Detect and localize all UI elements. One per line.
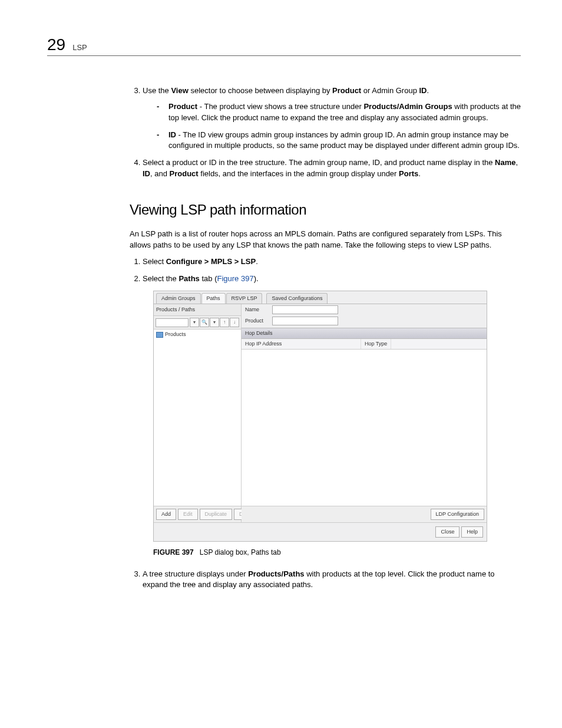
down-arrow-icon[interactable]: ↓: [230, 318, 239, 327]
figure-caption: FIGURE 397 LSP dialog box, Paths tab: [153, 548, 521, 558]
tab-rsvp-lsp[interactable]: RSVP LSP: [226, 293, 263, 304]
ldp-configuration-button[interactable]: LDP Configuration: [431, 509, 484, 520]
col-hop-type[interactable]: Hop Type: [361, 339, 391, 349]
name-label: Name: [245, 306, 269, 314]
table-header: Hop IP Address Hop Type: [242, 339, 487, 350]
tab-row: Admin Groups Paths RSVP LSP Saved Config…: [154, 291, 487, 304]
ordered-list-top: Use the View selector to choose between …: [130, 85, 521, 180]
list-item: Select Configure > MPLS > LSP.: [143, 256, 521, 268]
list-item: Product - The product view shows a tree …: [154, 101, 521, 124]
list-item: A tree structure displays under Products…: [143, 569, 521, 591]
tab-paths[interactable]: Paths: [201, 293, 226, 304]
list-item: ID - The ID view groups admin group inst…: [154, 130, 521, 152]
page-header: 29 LSP: [47, 35, 521, 56]
products-paths-label: Products / Paths: [154, 304, 241, 316]
product-field[interactable]: [272, 317, 338, 325]
edit-button[interactable]: Edit: [178, 509, 198, 520]
left-pane: Products / Paths ▾ 🔍 ▾ ↑ ↓ Products: [154, 304, 242, 522]
section-heading: Viewing LSP path information: [130, 200, 521, 220]
tab-admin-groups[interactable]: Admin Groups: [156, 293, 201, 304]
col-hop-ip[interactable]: Hop IP Address: [242, 339, 361, 349]
folder-icon: [156, 332, 163, 338]
name-field[interactable]: [272, 305, 338, 314]
tree-view[interactable]: Products: [154, 330, 241, 506]
running-head: LSP: [72, 43, 87, 52]
hop-details-header: Hop Details: [242, 328, 487, 339]
duplicate-button[interactable]: Duplicate: [200, 509, 233, 520]
list-item: Select the Paths tab (Figure 397).: [143, 274, 521, 285]
ordered-list-steps-contd: A tree structure displays under Products…: [130, 569, 521, 591]
close-button[interactable]: Close: [435, 526, 459, 538]
chapter-number: 29: [47, 35, 65, 54]
help-button[interactable]: Help: [461, 526, 483, 538]
dropdown-icon[interactable]: ▾: [210, 318, 219, 327]
product-label: Product: [245, 317, 269, 325]
tab-saved-configurations[interactable]: Saved Configurations: [266, 293, 328, 304]
list-item: Use the View selector to choose between …: [143, 85, 521, 151]
tree-root-item[interactable]: Products: [156, 331, 239, 338]
add-button[interactable]: Add: [156, 509, 176, 520]
ordered-list-steps: Select Configure > MPLS > LSP. Select th…: [130, 256, 521, 285]
find-icon[interactable]: 🔍: [200, 318, 209, 327]
list-item: Select a product or ID in the tree struc…: [143, 157, 521, 180]
right-pane: Name Product Hop Details Hop IP Address …: [242, 304, 487, 522]
search-input[interactable]: [156, 318, 189, 327]
figure-screenshot: Admin Groups Paths RSVP LSP Saved Config…: [153, 291, 487, 542]
up-arrow-icon[interactable]: ↑: [220, 318, 229, 327]
figure-link[interactable]: Figure 397: [217, 274, 253, 283]
hop-table-body[interactable]: [242, 350, 487, 506]
intro-paragraph: An LSP path is a list of router hops acr…: [130, 229, 521, 251]
dash-list: Product - The product view shows a tree …: [154, 101, 521, 151]
dropdown-icon[interactable]: ▾: [190, 318, 199, 327]
